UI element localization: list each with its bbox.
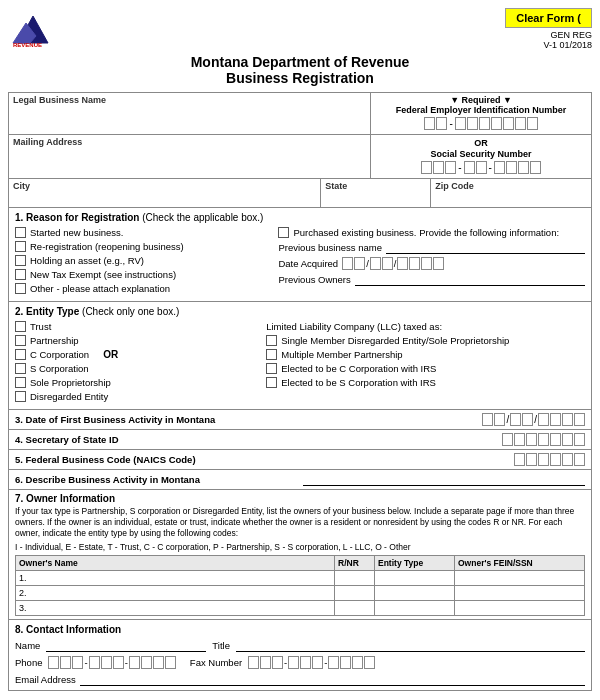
fein-box-4[interactable] [467, 117, 478, 130]
ssn-box-6[interactable] [494, 161, 505, 174]
ssn-box-7[interactable] [506, 161, 517, 174]
clear-form-button[interactable]: Clear Form ( [505, 8, 592, 28]
or-ssn-block: OR Social Security Number - - [371, 135, 591, 178]
ssn-box-9[interactable] [530, 161, 541, 174]
owner-entity-header: Entity Type [375, 556, 455, 571]
zip-input[interactable] [435, 191, 587, 205]
fein-box-5[interactable] [479, 117, 490, 130]
or-text: OR [103, 349, 118, 360]
legal-business-label: Legal Business Name [13, 95, 366, 105]
required-block: ▼ Required ▼ Federal Employer Identifica… [371, 93, 591, 134]
entity-checkbox-4[interactable] [15, 363, 26, 374]
owner-fein-2[interactable] [455, 586, 585, 601]
owner-fein-1[interactable] [455, 571, 585, 586]
section-5-label: 5. Federal Business Code (NAICS Code) [15, 454, 508, 465]
owner-name-1[interactable]: 1. [16, 571, 335, 586]
ssn-box-1[interactable] [421, 161, 432, 174]
section-6-input[interactable] [303, 473, 585, 486]
section-6-label: 6. Describe Business Activity in Montana [15, 474, 297, 485]
owner-rnr-1[interactable] [335, 571, 375, 586]
entity-option-2: Partnership [15, 335, 260, 346]
llc-checkbox-4[interactable] [266, 377, 277, 388]
llc-option-1: Single Member Disregarded Entity/Sole Pr… [266, 335, 585, 346]
owner-rnr-header: R/NR [335, 556, 375, 571]
fein-box-6[interactable] [491, 117, 502, 130]
entity-option-3: C Corporation OR [15, 349, 260, 360]
ssn-box-8[interactable] [518, 161, 529, 174]
fein-box-9[interactable] [527, 117, 538, 130]
owner-fein-3[interactable] [455, 601, 585, 616]
entity-checkbox-5[interactable] [15, 377, 26, 388]
owner-row-2: 2. [16, 586, 585, 601]
section-1-left: Started new business. Re-registration (r… [15, 227, 270, 297]
reason-checkbox-1[interactable] [15, 227, 26, 238]
section-3-label: 3. Date of First Business Activity in Mo… [15, 414, 476, 425]
owner-entity-3[interactable] [375, 601, 455, 616]
owner-entity-2[interactable] [375, 586, 455, 601]
llc-checkbox-2[interactable] [266, 349, 277, 360]
owner-entity-1[interactable] [375, 571, 455, 586]
entity-col-right: Limited Liability Company (LLC) taxed as… [266, 321, 585, 405]
fein-box-3[interactable] [455, 117, 466, 130]
contact-title-input[interactable] [236, 639, 585, 652]
owner-table-head: Owner's Name R/NR Entity Type Owner's FE… [16, 556, 585, 571]
reason-checkbox-5[interactable] [15, 283, 26, 294]
ssn-box-3[interactable] [445, 161, 456, 174]
entity-checkbox-2[interactable] [15, 335, 26, 346]
section-6: 6. Describe Business Activity in Montana [9, 470, 591, 490]
mailing-address-input[interactable] [13, 147, 366, 161]
fein-box-7[interactable] [503, 117, 514, 130]
city-input[interactable] [13, 191, 316, 205]
owner-fein-header: Owner's FEIN/SSN [455, 556, 585, 571]
svg-text:REVENUE: REVENUE [13, 42, 42, 48]
llc-checkbox-1[interactable] [266, 335, 277, 346]
owner-table-header-row: Owner's Name R/NR Entity Type Owner's FE… [16, 556, 585, 571]
owner-name-3[interactable]: 3. [16, 601, 335, 616]
owner-name-2[interactable]: 2. [16, 586, 335, 601]
owner-row-3: 3. [16, 601, 585, 616]
section-7-title: 7. Owner Information [15, 493, 585, 504]
prev-business-name-input[interactable] [386, 241, 585, 254]
llc-checkbox-3[interactable] [266, 363, 277, 374]
legal-business-row: Legal Business Name ▼ Required ▼ Federal… [9, 93, 591, 135]
fax-boxes-group: - - [248, 656, 375, 669]
reason-option-4: New Tax Exempt (see instructions) [15, 269, 270, 280]
reason-checkbox-6[interactable] [278, 227, 289, 238]
reason-checkbox-4[interactable] [15, 269, 26, 280]
state-label: State [325, 181, 426, 191]
section-7-codes: I - Individual, E - Estate, T - Trust, C… [15, 542, 585, 552]
date-acquired-boxes: / / [342, 257, 444, 270]
llc-label: Limited Liability Company (LLC) taxed as… [266, 321, 585, 332]
email-row: Email Address [15, 673, 585, 686]
header-right: Clear Form ( GEN REG V-1 01/2018 [505, 8, 592, 50]
fein-box-2[interactable] [436, 117, 447, 130]
state-input[interactable] [325, 191, 426, 205]
ssn-box-2[interactable] [433, 161, 444, 174]
legal-business-cell: Legal Business Name [9, 93, 371, 134]
owner-rnr-2[interactable] [335, 586, 375, 601]
legal-business-input[interactable] [13, 105, 366, 119]
section-2-content: Trust Partnership C Corporation OR S Cor… [15, 321, 585, 405]
reason-checkbox-2[interactable] [15, 241, 26, 252]
section-1-title: 1. Reason for Registration (Check the ap… [15, 212, 585, 223]
contact-name-input[interactable] [46, 639, 206, 652]
ssn-label: Social Security Number [375, 149, 587, 159]
previous-owners-input[interactable] [355, 273, 585, 286]
section-3: 3. Date of First Business Activity in Mo… [9, 410, 591, 430]
fein-box-8[interactable] [515, 117, 526, 130]
owner-table: Owner's Name R/NR Entity Type Owner's FE… [15, 555, 585, 616]
ssn-box-5[interactable] [476, 161, 487, 174]
fein-boxes: - [375, 117, 587, 130]
reason-option-6: Purchased existing business. Provide the… [278, 227, 585, 238]
fein-box-1[interactable] [424, 117, 435, 130]
entity-checkbox-1[interactable] [15, 321, 26, 332]
owner-rnr-3[interactable] [335, 601, 375, 616]
entity-checkbox-6[interactable] [15, 391, 26, 402]
email-input[interactable] [80, 673, 585, 686]
reason-checkbox-3[interactable] [15, 255, 26, 266]
gen-reg-text: GEN REG V-1 01/2018 [543, 30, 592, 50]
ssn-box-4[interactable] [464, 161, 475, 174]
entity-checkbox-3[interactable] [15, 349, 26, 360]
section-7-info: If your tax type is Partnership, S corpo… [15, 506, 585, 539]
section-3-date-boxes: / / [482, 413, 585, 426]
